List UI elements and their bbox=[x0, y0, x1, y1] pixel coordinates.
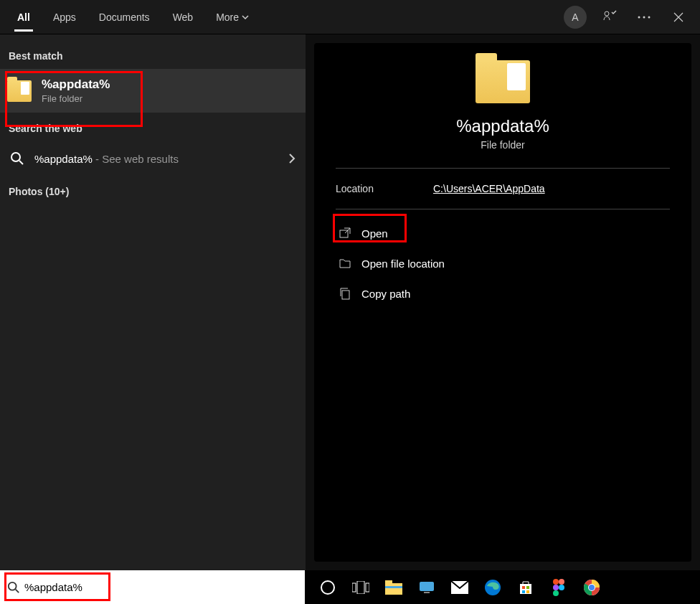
svg-point-0 bbox=[605, 11, 609, 16]
search-web-label: Search the web bbox=[0, 113, 306, 141]
search-icon bbox=[7, 581, 20, 594]
chevron-right-icon bbox=[288, 153, 295, 164]
avatar-circle: A bbox=[564, 6, 587, 29]
folder-icon bbox=[7, 80, 32, 102]
svg-rect-22 bbox=[526, 590, 529, 593]
preview-column: %appdata% File folder Location C:\Users\… bbox=[306, 34, 700, 570]
copy-icon bbox=[337, 286, 353, 301]
feedback-icon[interactable] bbox=[595, 3, 624, 32]
task-view-icon[interactable] bbox=[351, 577, 371, 598]
svg-point-1 bbox=[638, 16, 640, 18]
chrome-icon[interactable] bbox=[582, 577, 602, 598]
store-icon[interactable] bbox=[516, 577, 536, 598]
action-open[interactable]: Open bbox=[336, 218, 670, 248]
result-subtitle: File folder bbox=[42, 93, 110, 104]
tab-web[interactable]: Web bbox=[163, 3, 204, 32]
svg-rect-12 bbox=[385, 583, 402, 595]
svg-rect-19 bbox=[522, 586, 525, 589]
web-query: %appdata% bbox=[34, 153, 93, 165]
svg-rect-16 bbox=[424, 592, 430, 593]
svg-rect-6 bbox=[342, 291, 349, 299]
folder-icon-large bbox=[476, 60, 530, 103]
svg-point-31 bbox=[589, 585, 595, 590]
file-explorer-icon[interactable] bbox=[384, 577, 404, 598]
svg-point-24 bbox=[559, 579, 564, 585]
taskbar-search[interactable] bbox=[0, 570, 305, 604]
svg-point-4 bbox=[11, 153, 20, 161]
folder-location-icon bbox=[337, 255, 353, 271]
tab-more[interactable]: More bbox=[206, 3, 259, 32]
photos-result[interactable]: Photos (10+) bbox=[0, 176, 306, 207]
best-match-label: Best match bbox=[0, 40, 306, 69]
svg-rect-11 bbox=[366, 583, 369, 592]
result-title: %appdata% bbox=[42, 77, 110, 92]
svg-rect-20 bbox=[526, 586, 529, 589]
svg-rect-15 bbox=[420, 582, 434, 591]
tab-more-label: More bbox=[216, 11, 239, 23]
svg-point-7 bbox=[9, 582, 16, 590]
figma-icon[interactable] bbox=[549, 577, 569, 598]
taskbar bbox=[0, 570, 700, 604]
tab-documents[interactable]: Documents bbox=[89, 3, 160, 32]
action-copy-path-label: Copy path bbox=[361, 288, 410, 300]
cortana-icon[interactable] bbox=[318, 577, 338, 598]
top-bar: All Apps Documents Web More A bbox=[0, 0, 700, 34]
filter-tabs: All Apps Documents Web More bbox=[7, 3, 561, 32]
svg-point-8 bbox=[321, 581, 334, 594]
close-icon[interactable] bbox=[664, 3, 693, 32]
open-icon bbox=[337, 225, 353, 241]
web-suffix: - See web results bbox=[93, 153, 179, 165]
monitor-app-icon[interactable] bbox=[417, 577, 437, 598]
mail-icon[interactable] bbox=[450, 577, 470, 598]
preview-title: %appdata% bbox=[456, 116, 549, 136]
action-open-file-location[interactable]: Open file location bbox=[336, 248, 670, 278]
account-avatar[interactable]: A bbox=[561, 3, 590, 32]
svg-rect-13 bbox=[385, 580, 392, 585]
svg-point-26 bbox=[559, 585, 564, 590]
svg-point-25 bbox=[553, 585, 559, 590]
svg-rect-14 bbox=[385, 586, 402, 588]
tab-all[interactable]: All bbox=[7, 3, 40, 32]
edge-icon[interactable] bbox=[483, 577, 503, 598]
best-match-result[interactable]: %appdata% File folder bbox=[0, 69, 306, 113]
results-column: Best match %appdata% File folder Search … bbox=[0, 34, 306, 570]
tab-apps[interactable]: Apps bbox=[43, 3, 86, 32]
web-search-result[interactable]: %appdata% - See web results bbox=[0, 141, 306, 176]
preview-subtitle: File folder bbox=[481, 139, 524, 151]
svg-point-3 bbox=[648, 16, 651, 18]
action-open-location-label: Open file location bbox=[361, 258, 445, 270]
action-open-label: Open bbox=[361, 227, 388, 240]
search-input[interactable] bbox=[24, 581, 298, 593]
action-copy-path[interactable]: Copy path bbox=[336, 278, 670, 308]
more-options-icon[interactable] bbox=[630, 3, 658, 32]
svg-rect-10 bbox=[357, 581, 364, 594]
svg-rect-9 bbox=[352, 583, 356, 592]
search-icon bbox=[10, 151, 24, 166]
location-label: Location bbox=[336, 183, 433, 194]
svg-point-23 bbox=[553, 579, 559, 585]
chevron-down-icon bbox=[242, 15, 249, 19]
svg-point-2 bbox=[643, 16, 645, 18]
svg-rect-21 bbox=[522, 590, 525, 593]
svg-point-27 bbox=[553, 590, 559, 596]
location-path[interactable]: C:\Users\ACER\AppData bbox=[433, 183, 545, 194]
